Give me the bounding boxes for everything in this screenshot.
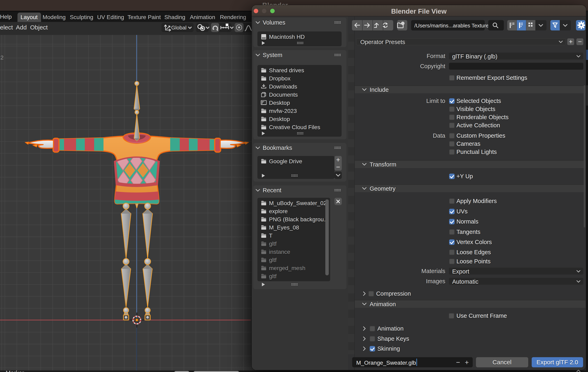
svg-text:Global: Global <box>171 25 187 31</box>
